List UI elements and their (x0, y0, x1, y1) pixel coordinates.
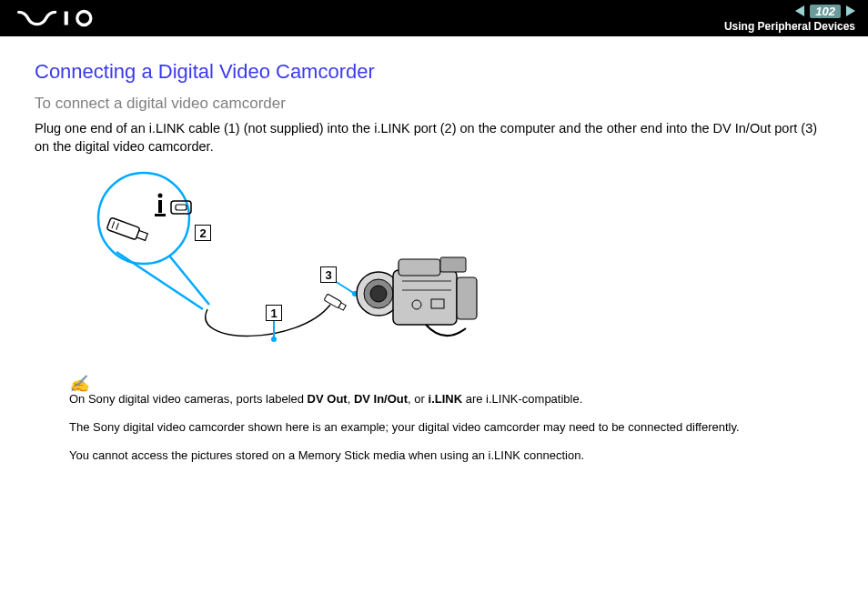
note-2: The Sony digital video camcorder shown h… (69, 420, 833, 436)
note-1-text: On Sony digital video cameras, ports lab… (69, 392, 308, 406)
svg-point-20 (370, 286, 387, 302)
page-navigator: 102 (795, 5, 855, 18)
svg-rect-0 (65, 12, 68, 25)
note-3: You cannot access the pictures stored on… (69, 448, 833, 464)
svg-point-1 (77, 12, 91, 25)
prev-page-arrow-icon[interactable] (795, 5, 804, 16)
camcorder-icon (357, 257, 477, 336)
diagram-svg (62, 168, 535, 359)
note-1: On Sony digital video cameras, ports lab… (69, 392, 833, 407)
page-content: Connecting a Digital Video Camcorder To … (0, 36, 868, 464)
callout-1: 1 (266, 305, 282, 321)
note-1-bold3: i.LINK (429, 392, 463, 406)
vaio-logo (13, 9, 113, 27)
note-1-bold1: DV Out (308, 392, 348, 406)
intro-paragraph: Plug one end of an i.LINK cable (1) (not… (35, 120, 833, 156)
svg-line-14 (335, 281, 355, 294)
connection-diagram: 2 3 1 (62, 168, 535, 359)
callout-3: 3 (320, 266, 337, 283)
callout-2: 2 (195, 225, 211, 241)
svg-point-3 (158, 194, 163, 198)
header-bar: 102 Using Peripheral Devices (0, 0, 868, 36)
section-title: Using Peripheral Devices (724, 20, 855, 33)
svg-rect-5 (155, 214, 166, 216)
page-title: Connecting a Digital Video Camcorder (35, 60, 833, 84)
page-number: 102 (810, 5, 841, 18)
svg-point-17 (271, 337, 277, 342)
svg-rect-22 (399, 259, 440, 276)
header-right: 102 Using Peripheral Devices (724, 5, 855, 33)
svg-rect-23 (440, 257, 466, 272)
note-1-bold2: DV In/Out (354, 392, 408, 406)
next-page-arrow-icon[interactable] (846, 5, 855, 16)
notes-section: ✍ On Sony digital video cameras, ports l… (69, 374, 833, 464)
vaio-logo-svg (13, 9, 113, 27)
note-pencil-icon: ✍ (69, 374, 833, 394)
svg-rect-21 (393, 270, 457, 325)
svg-rect-4 (158, 200, 162, 213)
svg-rect-24 (457, 277, 477, 319)
page-subtitle: To connect a digital video camcorder (35, 95, 833, 113)
